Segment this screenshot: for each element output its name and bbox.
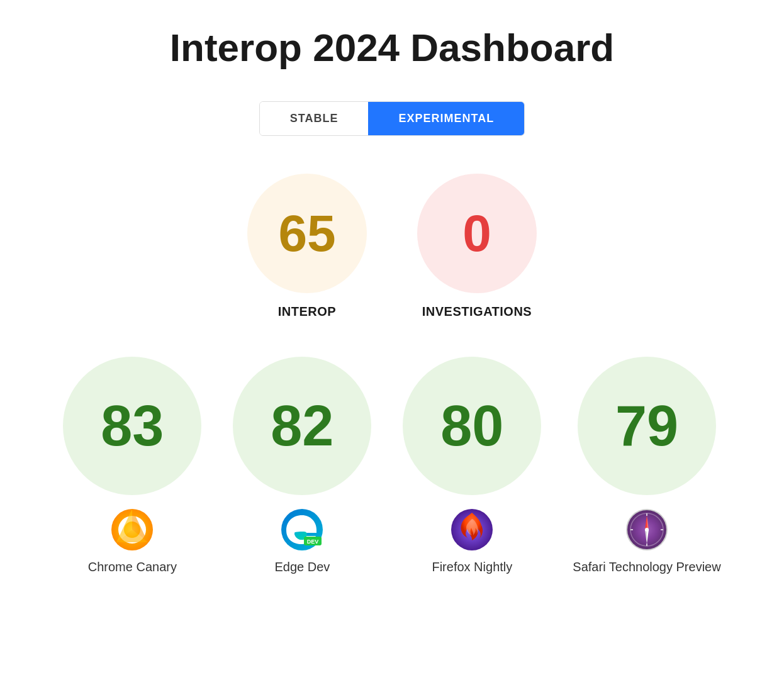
firefox-nightly-score-circle: 80 bbox=[403, 357, 541, 495]
browser-item-chrome-canary: 83 bbox=[63, 357, 201, 576]
edge-dev-icon: DEV bbox=[280, 508, 324, 552]
interop-label: INTEROP bbox=[278, 304, 336, 319]
safari-tp-icon-wrapper: Safari Technology Preview bbox=[573, 508, 720, 576]
interop-score-circle: 65 bbox=[247, 174, 367, 293]
safari-tp-icon bbox=[625, 508, 669, 552]
investigations-score-item: 0 INVESTIGATIONS bbox=[417, 174, 537, 319]
interop-score-value: 65 bbox=[278, 204, 335, 263]
browser-item-edge-dev: 82 bbox=[233, 357, 371, 576]
browser-item-safari-tp: 79 bbox=[573, 357, 720, 576]
safari-tp-score: 79 bbox=[615, 394, 678, 459]
investigations-score-circle: 0 bbox=[417, 174, 537, 293]
browser-item-firefox-nightly: 80 bbox=[403, 357, 541, 576]
safari-tp-score-circle: 79 bbox=[578, 357, 716, 495]
chrome-canary-icon-wrapper: Chrome Canary bbox=[88, 508, 177, 576]
firefox-nightly-icon bbox=[450, 508, 494, 552]
browsers-section: 83 bbox=[63, 357, 720, 576]
edge-dev-icon-wrapper: DEV Edge Dev bbox=[274, 508, 330, 576]
top-scores-section: 65 INTEROP 0 INVESTIGATIONS bbox=[247, 174, 537, 319]
edge-dev-score-circle: 82 bbox=[233, 357, 371, 495]
chrome-canary-icon bbox=[110, 508, 154, 552]
svg-point-14 bbox=[645, 528, 649, 532]
firefox-nightly-name: Firefox Nightly bbox=[432, 558, 512, 576]
edge-dev-score: 82 bbox=[271, 394, 333, 459]
edge-dev-name: Edge Dev bbox=[274, 558, 330, 576]
tab-switcher: STABLE EXPERIMENTAL bbox=[259, 101, 525, 136]
investigations-score-value: 0 bbox=[462, 204, 491, 263]
tab-experimental[interactable]: EXPERIMENTAL bbox=[368, 102, 524, 135]
chrome-canary-score: 83 bbox=[101, 394, 164, 459]
firefox-nightly-score: 80 bbox=[440, 394, 503, 459]
interop-score-item: 65 INTEROP bbox=[247, 174, 367, 319]
safari-tp-name: Safari Technology Preview bbox=[573, 558, 720, 576]
chrome-canary-score-circle: 83 bbox=[63, 357, 201, 495]
chrome-canary-name: Chrome Canary bbox=[88, 558, 177, 576]
investigations-label: INVESTIGATIONS bbox=[422, 304, 532, 319]
svg-text:DEV: DEV bbox=[307, 539, 319, 545]
firefox-nightly-icon-wrapper: Firefox Nightly bbox=[432, 508, 512, 576]
tab-stable[interactable]: STABLE bbox=[260, 102, 369, 135]
page-title: Interop 2024 Dashboard bbox=[170, 25, 614, 70]
